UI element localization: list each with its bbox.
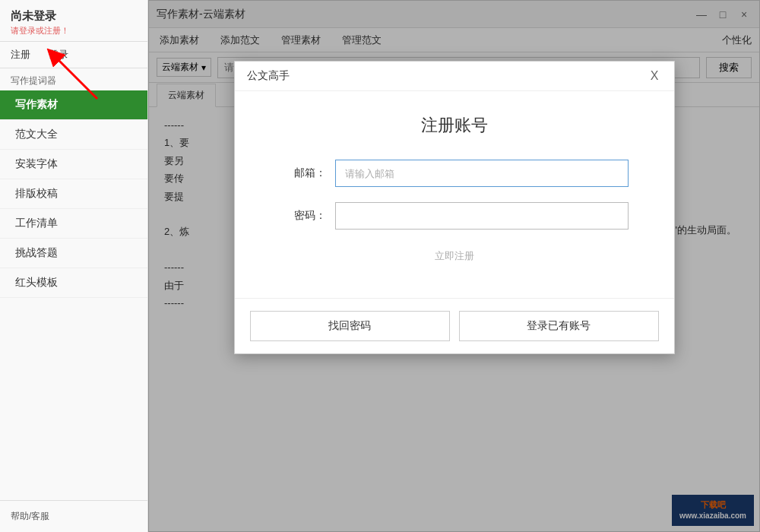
sidebar-item-task-list[interactable]: 工作清单 bbox=[0, 209, 147, 239]
modal-close-button[interactable]: X bbox=[648, 69, 662, 83]
sidebar-item-challenge[interactable]: 挑战答题 bbox=[0, 239, 147, 268]
register-button[interactable]: 注册 bbox=[11, 48, 30, 62]
sidebar-item-writing-material[interactable]: 写作素材 bbox=[0, 90, 147, 120]
email-label: 邮箱： bbox=[280, 166, 326, 180]
sidebar-header: 尚未登录 请登录或注册！ bbox=[0, 0, 147, 42]
email-input[interactable] bbox=[335, 160, 629, 187]
password-row: 密码： bbox=[280, 202, 629, 230]
modal-overlay: 公文高手 X 注册账号 邮箱： 密码： 立即注册 找回密码 登录已有账号 bbox=[148, 0, 760, 532]
register-modal: 公文高手 X 注册账号 邮箱： 密码： 立即注册 找回密码 登录已有账号 bbox=[234, 61, 675, 354]
modal-body: 注册账号 邮箱： 密码： 立即注册 bbox=[235, 91, 674, 298]
sidebar-title: 尚未登录 bbox=[11, 9, 137, 24]
sidebar: 尚未登录 请登录或注册！ 注册 登录 写作提词器 写作素材 范文大全 安装字体 … bbox=[0, 0, 148, 532]
modal-title-bar: 公文高手 X bbox=[235, 62, 674, 91]
recover-password-button[interactable]: 找回密码 bbox=[250, 311, 450, 341]
sidebar-footer[interactable]: 帮助/客服 bbox=[0, 500, 147, 532]
sidebar-item-model-essay[interactable]: 范文大全 bbox=[0, 120, 147, 150]
sidebar-item-install-font[interactable]: 安装字体 bbox=[0, 150, 147, 179]
sidebar-subtitle: 请登录或注册！ bbox=[11, 25, 137, 36]
email-row: 邮箱： bbox=[280, 160, 629, 187]
password-input[interactable] bbox=[335, 202, 629, 230]
password-label: 密码： bbox=[280, 209, 326, 223]
login-button[interactable]: 登录 bbox=[49, 48, 68, 62]
sidebar-item-red-header[interactable]: 红头模板 bbox=[0, 268, 147, 298]
sidebar-menu-label: 写作提词器 bbox=[0, 68, 147, 90]
register-submit-button[interactable]: 立即注册 bbox=[280, 245, 629, 268]
modal-title: 公文高手 bbox=[247, 69, 290, 83]
sidebar-item-typeset[interactable]: 排版校稿 bbox=[0, 179, 147, 209]
sidebar-nav: 写作素材 范文大全 安装字体 排版校稿 工作清单 挑战答题 红头模板 bbox=[0, 90, 147, 298]
sidebar-auth: 注册 登录 bbox=[0, 42, 147, 68]
login-existing-button[interactable]: 登录已有账号 bbox=[459, 311, 659, 341]
modal-footer: 找回密码 登录已有账号 bbox=[235, 298, 674, 353]
modal-heading: 注册账号 bbox=[280, 114, 629, 137]
